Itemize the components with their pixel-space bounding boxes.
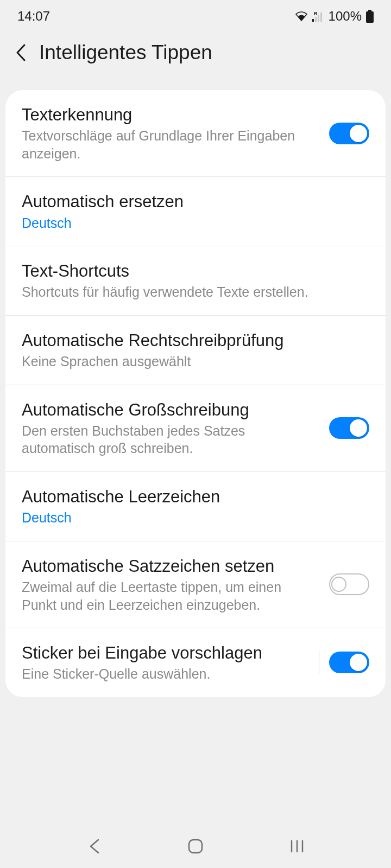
page-title: Intelligentes Tippen: [39, 41, 212, 64]
sticker-suggest-toggle[interactable]: [329, 652, 369, 673]
spell-check-subtitle: Keine Sprachen ausgewählt: [22, 353, 358, 371]
auto-spacing-row[interactable]: Automatische Leerzeichen Deutsch: [5, 472, 386, 541]
auto-punctuate-title: Automatische Satzzeichen setzen: [22, 556, 318, 577]
status-bar: 14:07 R 100%: [0, 0, 391, 30]
svg-rect-4: [320, 12, 322, 22]
auto-capitalize-row[interactable]: Automatische Großschreibung Den ersten B…: [5, 385, 386, 472]
auto-punctuate-toggle[interactable]: [329, 573, 369, 595]
svg-rect-3: [318, 15, 319, 22]
text-recognition-row[interactable]: Texterkennung Textvorschläge auf Grundla…: [5, 90, 386, 177]
auto-punctuate-row[interactable]: Automatische Satzzeichen setzen Zweimal …: [5, 541, 386, 628]
signal-icon: R: [312, 11, 324, 22]
text-shortcuts-title: Text-Shortcuts: [22, 260, 358, 282]
status-indicators: R 100%: [295, 9, 374, 24]
nav-back-button[interactable]: [83, 835, 105, 857]
auto-replace-title: Automatisch ersetzen: [22, 191, 358, 213]
battery-percent: 100%: [329, 9, 362, 24]
sticker-suggest-row[interactable]: Sticker bei Eingabe vorschlagen Eine Sti…: [5, 628, 386, 697]
auto-capitalize-title: Automatische Großschreibung: [22, 399, 318, 421]
nav-recents-button[interactable]: [286, 835, 308, 857]
sticker-suggest-title: Sticker bei Eingabe vorschlagen: [22, 642, 308, 664]
text-shortcuts-row[interactable]: Text-Shortcuts Shortcuts für häufig verw…: [5, 246, 386, 316]
auto-spacing-language: Deutsch: [22, 509, 358, 527]
svg-rect-6: [366, 11, 374, 23]
navigation-bar: [0, 825, 391, 868]
back-button[interactable]: [15, 43, 26, 62]
wifi-icon: [295, 11, 308, 22]
spell-check-row[interactable]: Automatische Rechtschreibprüfung Keine S…: [5, 316, 386, 385]
auto-punctuate-subtitle: Zweimal auf die Leertaste tippen, um ein…: [22, 578, 318, 614]
header: Intelligentes Tippen: [0, 30, 391, 80]
auto-replace-language: Deutsch: [22, 214, 358, 232]
auto-capitalize-toggle[interactable]: [329, 417, 369, 439]
sticker-suggest-subtitle: Eine Sticker-Quelle auswählen.: [22, 665, 308, 683]
svg-rect-7: [189, 840, 202, 853]
text-recognition-subtitle: Textvorschläge auf Grundlage Ihrer Einga…: [22, 127, 318, 162]
svg-text:R: R: [314, 11, 318, 16]
spell-check-title: Automatische Rechtschreibprüfung: [22, 330, 358, 352]
svg-rect-5: [368, 10, 371, 11]
status-time: 14:07: [17, 9, 50, 24]
svg-rect-1: [312, 19, 314, 22]
divider: [319, 650, 319, 674]
auto-spacing-title: Automatische Leerzeichen: [22, 486, 358, 508]
text-recognition-title: Texterkennung: [22, 104, 318, 126]
settings-card: Texterkennung Textvorschläge auf Grundla…: [5, 90, 386, 697]
auto-capitalize-subtitle: Den ersten Buchstaben jedes Satzes autom…: [22, 422, 318, 457]
svg-rect-2: [315, 17, 317, 22]
battery-icon: [366, 10, 374, 23]
text-recognition-toggle[interactable]: [329, 123, 369, 144]
auto-replace-row[interactable]: Automatisch ersetzen Deutsch: [5, 177, 386, 246]
text-shortcuts-subtitle: Shortcuts für häufig verwendete Texte er…: [22, 283, 358, 301]
nav-home-button[interactable]: [185, 835, 206, 857]
